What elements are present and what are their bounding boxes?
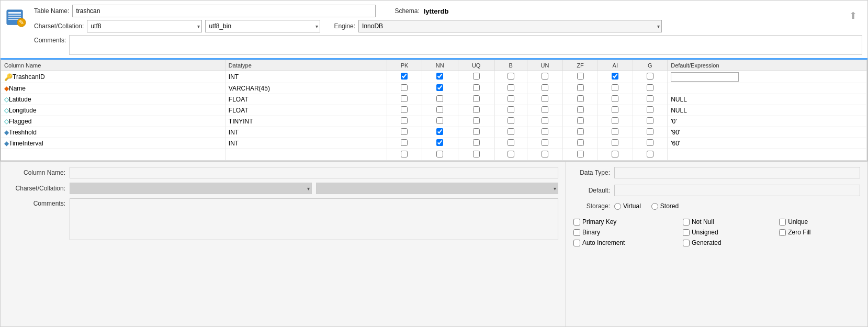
comments-textarea-top[interactable]	[69, 35, 862, 55]
cb-zf-4[interactable]	[577, 117, 584, 124]
table-row[interactable]: ◆ Name VARCHAR(45)	[1, 83, 867, 94]
cb-un-3[interactable]	[542, 106, 548, 113]
cb-ai-6[interactable]	[612, 139, 618, 146]
cb-nn-2[interactable]	[436, 95, 443, 102]
cb-nn-5[interactable]	[436, 128, 443, 135]
engine-select[interactable]: InnoDB	[358, 20, 662, 32]
cb-zf-5[interactable]	[577, 128, 584, 135]
cb-empty-ai[interactable]	[612, 151, 618, 157]
cb-zf-3[interactable]	[577, 106, 584, 113]
cell-un-2	[527, 94, 563, 105]
cb-uq-5[interactable]	[473, 128, 480, 135]
cb-uq-4[interactable]	[473, 117, 480, 124]
cb-uq-2[interactable]	[473, 95, 480, 102]
cb-unique[interactable]	[779, 219, 786, 225]
cb-pk-6[interactable]	[401, 139, 408, 146]
cb-pk-0[interactable]	[401, 73, 408, 80]
cb-unsigned[interactable]	[683, 229, 690, 236]
cb-un-6[interactable]	[542, 139, 548, 146]
cb-pk-2[interactable]	[401, 95, 408, 102]
cb-primary-key[interactable]	[573, 219, 580, 225]
cell-g-6	[633, 138, 668, 149]
diamond-teal-icon: ◇	[4, 107, 9, 114]
cb-zf-6[interactable]	[577, 139, 584, 146]
table-row[interactable]: ◆ Treshhold INT '9	[1, 127, 867, 138]
radio-stored-input[interactable]	[651, 203, 658, 210]
cb-uq-3[interactable]	[473, 106, 480, 113]
cb-g-5[interactable]	[647, 128, 653, 135]
cb-ai-5[interactable]	[612, 128, 618, 135]
cb-uq-6[interactable]	[473, 139, 480, 146]
bottom-collation-select[interactable]	[316, 183, 558, 194]
cb-un-1[interactable]	[542, 84, 548, 91]
right-data-type-input[interactable]	[614, 167, 860, 178]
cb-uq-0[interactable]	[473, 73, 480, 80]
cb-empty-nn[interactable]	[436, 151, 443, 157]
cb-zf-2[interactable]	[577, 95, 584, 102]
cb-binary[interactable]	[573, 229, 580, 236]
bottom-comments-textarea[interactable]	[70, 198, 558, 240]
cb-b-0[interactable]	[508, 73, 514, 80]
cb-un-0[interactable]	[542, 73, 548, 80]
cb-empty-pk[interactable]	[401, 151, 408, 157]
cb-zf-1[interactable]	[577, 84, 584, 91]
cb-generated[interactable]	[683, 240, 690, 246]
cb-nn-3[interactable]	[436, 106, 443, 113]
cb-ai-2[interactable]	[612, 95, 618, 102]
cell-pk-4	[387, 116, 422, 127]
cb-g-1[interactable]	[647, 84, 653, 91]
cb-auto-increment[interactable]	[573, 240, 580, 246]
cb-zero-fill[interactable]	[779, 229, 786, 236]
cb-g-3[interactable]	[647, 106, 653, 113]
table-row[interactable]: ◆ TimeInterval INT	[1, 138, 867, 149]
cb-b-4[interactable]	[508, 117, 514, 124]
collation-select[interactable]: utf8_bin	[205, 20, 320, 32]
cb-pk-4[interactable]	[401, 117, 408, 124]
cb-empty-g[interactable]	[647, 151, 653, 157]
cb-b-3[interactable]	[508, 106, 514, 113]
cb-nn-0[interactable]	[436, 73, 443, 80]
cb-ai-1[interactable]	[612, 84, 618, 91]
cb-ai-4[interactable]	[612, 117, 618, 124]
cb-empty-b[interactable]	[508, 151, 514, 157]
cb-uq-1[interactable]	[473, 84, 480, 91]
cb-zf-0[interactable]	[577, 73, 584, 80]
cb-b-6[interactable]	[508, 139, 514, 146]
cb-empty-zf[interactable]	[577, 151, 584, 157]
charset-select[interactable]: utf8	[87, 20, 202, 32]
cb-g-6[interactable]	[647, 139, 653, 146]
cb-ai-0[interactable]	[612, 73, 618, 80]
cb-un-5[interactable]	[542, 128, 548, 135]
cb-pk-3[interactable]	[401, 106, 408, 113]
cb-not-null[interactable]	[683, 219, 690, 225]
table-row[interactable]: ◇ Longitude FLOAT	[1, 105, 867, 116]
cb-nn-4[interactable]	[436, 117, 443, 124]
cb-nn-1[interactable]	[436, 84, 443, 91]
cb-un-4[interactable]	[542, 117, 548, 124]
right-default-input[interactable]	[614, 185, 860, 196]
table-row[interactable]: 🔑 TrashcanID INT	[1, 71, 867, 83]
diamond-blue-icon: ◆	[4, 140, 9, 147]
cb-empty-un[interactable]	[542, 151, 548, 157]
cb-g-0[interactable]	[647, 73, 653, 80]
bottom-column-name-input[interactable]	[70, 167, 558, 178]
cb-g-2[interactable]	[647, 95, 653, 102]
default-input-0[interactable]	[671, 72, 739, 82]
cb-g-4[interactable]	[647, 117, 653, 124]
radio-virtual-input[interactable]	[614, 203, 621, 210]
cb-b-5[interactable]	[508, 128, 514, 135]
table-row[interactable]: ◇ Latitude FLOAT N	[1, 94, 867, 105]
pin-icon[interactable]: ⬆	[849, 10, 857, 21]
cb-nn-6[interactable]	[436, 139, 443, 146]
charset-select-wrapper: utf8	[87, 20, 202, 32]
cb-b-1[interactable]	[508, 84, 514, 91]
cb-un-2[interactable]	[542, 95, 548, 102]
cb-b-2[interactable]	[508, 95, 514, 102]
cb-ai-3[interactable]	[612, 106, 618, 113]
table-row[interactable]: ◇ Flagged TINYINT	[1, 116, 867, 127]
cb-pk-5[interactable]	[401, 128, 408, 135]
table-name-input[interactable]	[72, 5, 376, 17]
bottom-charset-select[interactable]	[70, 183, 312, 194]
cb-empty-uq[interactable]	[473, 151, 480, 157]
cb-pk-1[interactable]	[401, 84, 408, 91]
